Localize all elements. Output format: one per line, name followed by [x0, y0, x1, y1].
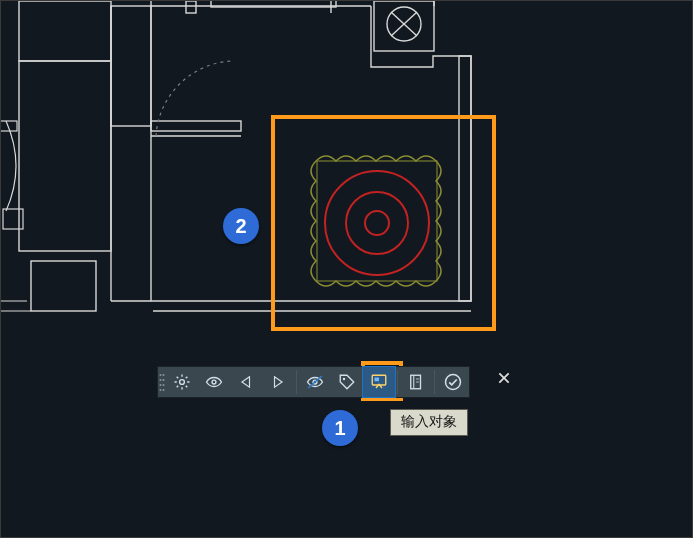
svg-point-36 [343, 378, 345, 380]
target-ring-mid [346, 192, 408, 254]
svg-rect-14 [19, 1, 111, 61]
svg-point-32 [180, 380, 185, 385]
visibility-button[interactable] [198, 367, 230, 397]
triangle-right-icon [271, 375, 285, 389]
toolbar-separator [397, 370, 398, 394]
step-back-button[interactable] [230, 367, 262, 397]
svg-rect-17 [151, 121, 241, 131]
svg-rect-15 [19, 61, 111, 251]
notes-button[interactable] [400, 367, 432, 397]
settings-button[interactable] [166, 367, 198, 397]
svg-point-27 [163, 379, 165, 381]
drawing-canvas[interactable] [1, 1, 693, 538]
notebook-icon [407, 373, 425, 391]
svg-point-28 [160, 384, 162, 386]
svg-point-43 [446, 375, 461, 390]
callout-badge-1: 1 [322, 410, 358, 446]
close-icon [497, 371, 511, 385]
eye-icon [204, 373, 224, 391]
quick-properties-toolbar [157, 366, 470, 398]
toggle-visibility-button[interactable] [299, 367, 331, 397]
svg-point-26 [160, 379, 162, 381]
target-ring-inner [365, 211, 389, 235]
toolbar-grip[interactable] [158, 367, 166, 397]
input-object-button[interactable] [363, 367, 395, 397]
svg-rect-16 [31, 261, 96, 311]
gear-icon [173, 373, 191, 391]
check-circle-icon [443, 372, 463, 392]
tooltip: 输入对象 [390, 409, 468, 436]
toolbar-separator [296, 370, 297, 394]
svg-rect-23 [317, 161, 437, 281]
callout-badge-2: 2 [223, 208, 259, 244]
svg-rect-7 [111, 6, 151, 126]
svg-rect-38 [375, 378, 380, 382]
target-ring-outer [325, 171, 429, 275]
svg-rect-39 [411, 375, 421, 389]
accept-button[interactable] [437, 367, 469, 397]
tag-icon [338, 373, 356, 391]
cad-viewport[interactable]: 1 2 [0, 0, 693, 538]
svg-rect-0 [374, 1, 434, 51]
svg-point-29 [163, 384, 165, 386]
svg-rect-8 [459, 56, 471, 301]
svg-point-30 [160, 389, 162, 391]
svg-rect-11 [186, 1, 196, 13]
shape-in-icon [369, 373, 389, 391]
step-forward-button[interactable] [262, 367, 294, 397]
rug-outline [311, 156, 441, 286]
svg-point-31 [163, 389, 165, 391]
toolbar-close-button[interactable] [495, 369, 513, 387]
toolbar-separator [434, 370, 435, 394]
triangle-left-icon [239, 375, 253, 389]
svg-point-24 [160, 374, 162, 376]
category-button[interactable] [331, 367, 363, 397]
svg-point-25 [163, 374, 165, 376]
eye-off-icon [305, 373, 325, 391]
svg-rect-20 [3, 209, 23, 229]
svg-point-33 [212, 380, 216, 384]
